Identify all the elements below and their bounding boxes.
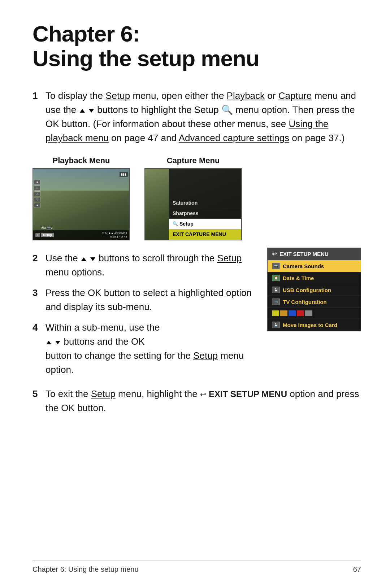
capture-menu-image: Saturation Sharpness 🔍 Setup EXIT CAPTUR… (144, 168, 242, 240)
setup-link: Setup (105, 90, 130, 101)
side-icons: ■ □ △ ▽ ■ (34, 180, 40, 208)
camera-sounds-icon: 📷 (272, 263, 280, 269)
battery-display: ▮▮▮ (120, 170, 128, 177)
setup-link-4: Setup (193, 350, 218, 361)
capture-menu-list: Saturation Sharpness 🔍 Setup EXIT CAPTUR… (169, 169, 241, 240)
setup-date-time: ⏰ Date & Time (268, 272, 361, 284)
camera-sounds-label: Camera Sounds (283, 263, 324, 269)
back-arrow-icon: ↩ (200, 391, 206, 399)
setup-tv: 📹 TV Configuration (268, 296, 361, 308)
arrow-up-icon (80, 109, 85, 113)
move-images-label: Move Images to Card (283, 322, 337, 328)
capture-menu-label: Capture Menu (167, 156, 220, 165)
steps-area: 2 Use the buttons to scroll through the … (32, 251, 253, 383)
capture-menu-block: Capture Menu Saturation Sharpness 🔍 Setu… (144, 156, 242, 240)
playback-menu-label: Playback Menu (53, 156, 110, 165)
back-icon: ↩ (272, 251, 277, 257)
date-time-label: Date & Time (283, 275, 314, 281)
step-5-text: To exit the Setup menu, highlight the ↩ … (46, 387, 361, 415)
playback-menu-block: Playback Menu ▮▮▮ ■ □ △ ▽ ■ (32, 156, 130, 240)
date-icon: ⏰ (272, 275, 280, 281)
usb-label: USB Configuration (283, 287, 331, 293)
step-2-text: Use the buttons to scroll through the Se… (46, 251, 253, 279)
images-row: Playback Menu ▮▮▮ ■ □ △ ▽ ■ (32, 156, 361, 240)
step-number-1: 1 (32, 89, 41, 145)
setup-icons-row (268, 308, 361, 319)
playback-overlay: ☀ Setup 2.7x ★★ 4/23/2003 0:29 17 of 43 (33, 230, 129, 240)
step-1: 1 To display the Setup menu, open either… (32, 89, 361, 145)
capture-link: Capture (278, 90, 312, 101)
capture-exit-item: EXIT CAPTURE MENU (169, 229, 241, 240)
step-3: 3 Press the OK button to select a highli… (32, 286, 253, 314)
page-container: Chapter 6: Using the setup menu 1 To dis… (0, 0, 390, 444)
side-icon-5: ■ (34, 203, 40, 208)
exit-setup-label: EXIT SETUP MENU (280, 251, 329, 257)
chapter-line1: Chapter 6: (32, 21, 140, 46)
page-footer: Chapter 6: Using the setup menu 67 (32, 561, 361, 574)
setup-link-5: Setup (91, 388, 116, 399)
arrow-up-icon-2 (81, 257, 86, 261)
status-icons: ✉3 📷2 (41, 226, 53, 230)
step-number-3: 3 (32, 286, 41, 314)
setup-link-2: Setup (217, 253, 242, 263)
playback-link: Playback (227, 90, 265, 101)
setup-exit-row: ↩ EXIT SETUP MENU (268, 248, 361, 260)
color-sq-3 (289, 310, 296, 316)
step-2: 2 Use the buttons to scroll through the … (32, 251, 253, 279)
chapter-title: Chapter 6: Using the setup menu (32, 22, 361, 71)
step-3-text: Press the OK button to select a highligh… (46, 286, 253, 314)
color-sq-1 (272, 310, 279, 316)
arrow-down-icon-4 (55, 341, 60, 344)
step-number-5: 5 (32, 387, 41, 415)
capture-item-sharpness: Sharpness (169, 208, 241, 219)
tv-icon: 📹 (272, 299, 280, 305)
color-squares (272, 310, 312, 316)
side-icon-3: △ (34, 191, 40, 196)
setup-move-images: 💾 Move Images to Card (268, 319, 361, 331)
setup-camera-sounds: 📷 Camera Sounds (268, 260, 361, 272)
exit-setup-menu-text: EXIT SETUP MENU (209, 389, 287, 399)
setup-small-icon: 🔍 (173, 221, 178, 226)
footer-chapter-text: Chapter 6: Using the setup menu (32, 565, 139, 574)
color-sq-5 (305, 310, 312, 316)
setup-panel: ↩ EXIT SETUP MENU 📷 Camera Sounds ⏰ Date… (267, 248, 361, 331)
side-icon-4: ▽ (34, 197, 40, 202)
side-icon-2: □ (34, 186, 40, 191)
arrow-down-icon (89, 109, 94, 113)
side-icon-1: ■ (34, 180, 40, 185)
playback-info-line2: 0:29 17 of 43 (102, 235, 127, 238)
footer-page-number: 67 (353, 565, 361, 574)
move-icon: 💾 (272, 322, 280, 328)
arrow-up-icon-4 (46, 341, 51, 344)
setup-button-label: Setup (41, 233, 54, 237)
color-sq-2 (280, 310, 287, 316)
arrow-down-icon-2 (90, 257, 95, 261)
step-number-4: 4 (32, 321, 41, 377)
capture-setup-label: Setup (179, 221, 194, 227)
capture-item-setup: 🔍 Setup (169, 219, 241, 229)
step-1-text: To display the Setup menu, open either t… (46, 89, 361, 145)
playback-menu-image: ▮▮▮ ■ □ △ ▽ ■ ☀ Setup 2.7 (32, 168, 130, 240)
playback-info-line1: 2.7x ★★ 4/23/2003 (102, 232, 127, 235)
capture-item-saturation: Saturation (169, 198, 241, 208)
step-5: 5 To exit the Setup menu, highlight the … (32, 387, 361, 415)
chapter-line2: Using the setup menu (32, 46, 259, 71)
capture-setup-row: 🔍 Setup (173, 221, 238, 227)
color-sq-4 (297, 310, 304, 316)
setup-usb: 💾 USB Configuration (268, 284, 361, 296)
step-number-2: 2 (32, 251, 41, 279)
mixed-content: 2 Use the buttons to scroll through the … (32, 251, 361, 383)
step-4: 4 Within a sub-menu, use the buttons and… (32, 321, 253, 377)
advanced-capture-link: Advanced capture settings (179, 132, 289, 143)
usb-icon: 💾 (272, 287, 280, 293)
step-4-text: Within a sub-menu, use the buttons and t… (46, 321, 253, 377)
tv-label: TV Configuration (283, 299, 327, 305)
